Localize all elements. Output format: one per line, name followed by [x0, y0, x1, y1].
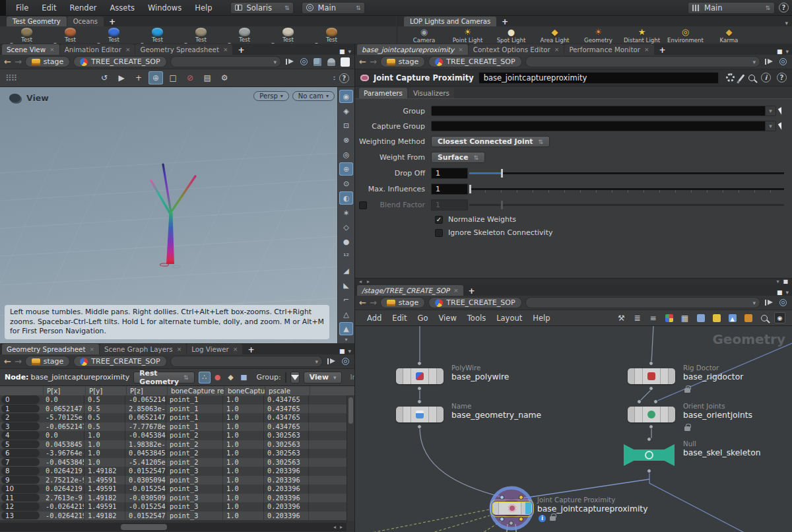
snapshot-save-icon[interactable]	[695, 312, 706, 323]
menu-item[interactable]: Edit	[35, 3, 63, 13]
toolbar-handle-icon[interactable]: ⠿⠿	[5, 73, 16, 83]
pane-menu-icon[interactable]: ▾	[348, 348, 351, 354]
select-arrow-icon[interactable]	[776, 106, 787, 116]
group-input[interactable]	[285, 372, 286, 383]
viewport-display-icon[interactable]: ⊙	[339, 177, 353, 190]
overview-icon[interactable]: ◉	[774, 312, 785, 323]
column-header[interactable]: P[y]	[86, 386, 127, 395]
output-connector[interactable]	[519, 517, 523, 521]
forward-button[interactable]: →	[370, 57, 377, 66]
tree-view-icon[interactable]: ≣	[632, 312, 643, 323]
shelf-tab[interactable]: Test Geometry	[7, 17, 67, 26]
info-icon[interactable]: i	[761, 73, 771, 83]
viewport-display-icon[interactable]: ◎	[339, 148, 353, 161]
find-icon[interactable]	[758, 312, 770, 323]
node-rigdoctor[interactable]	[628, 368, 675, 384]
viewport-display-icon[interactable]: ∗	[339, 206, 353, 219]
output-connector[interactable]	[649, 386, 653, 391]
path-field[interactable]: ▾	[525, 297, 760, 308]
geometry-level-icon[interactable]: ■	[238, 372, 250, 383]
input-connector[interactable]	[417, 361, 422, 366]
ignore-skeleton-checkbox[interactable]: ✓	[435, 229, 443, 237]
breadcrumb-stage[interactable]: stage	[380, 297, 426, 308]
column-header[interactable]: pscale	[265, 386, 310, 395]
pane-tab[interactable]: base_jointcaptureproximity×	[357, 44, 468, 55]
input-connector[interactable]	[500, 495, 504, 500]
node-jointcaptureproximity[interactable]	[492, 502, 532, 515]
pane-tab[interactable]: Performance Monitor×	[564, 44, 653, 55]
sticky-note-icon[interactable]	[711, 312, 722, 323]
viewport-display-icon[interactable]: ◢	[339, 264, 353, 277]
breadcrumb-stage[interactable]: stage	[25, 56, 71, 67]
column-header[interactable]: P[x]	[44, 386, 86, 395]
persp-camera-button[interactable]: Persp▾	[253, 91, 289, 101]
menu-item[interactable]: Assets	[103, 3, 141, 13]
forward-button[interactable]: →	[370, 298, 377, 307]
path-dropdown-icon[interactable]: ▾	[273, 59, 277, 65]
viewport-tool-icon[interactable]: +	[131, 71, 146, 84]
pane-maximize-icon[interactable]: ■	[339, 348, 345, 354]
view-dropdown[interactable]: View▾	[304, 372, 343, 383]
pane-maximize-icon[interactable]: ■	[339, 48, 345, 55]
link-follow-icon[interactable]	[777, 298, 788, 308]
viewport-display-icon[interactable]: △	[339, 308, 353, 321]
drop-off-slider[interactable]	[469, 168, 787, 179]
close-tab-icon[interactable]: ×	[125, 46, 131, 53]
node-orientjoints[interactable]	[628, 407, 675, 422]
column-header[interactable]: boneCapture w[	[224, 386, 265, 395]
link-follow-icon[interactable]	[298, 57, 309, 67]
viewport-tool-icon[interactable]: □	[166, 71, 180, 84]
output-connector[interactable]	[509, 521, 513, 525]
vertical-scrollbar[interactable]	[346, 395, 354, 521]
pane-tab[interactable]: Geometry Spreadsheet×	[2, 344, 99, 354]
pane-tab[interactable]: /stage/TREE_CREATE_SOP×	[357, 285, 463, 296]
path-dropdown-icon[interactable]: ▾	[752, 300, 756, 306]
main-desktop-selector[interactable]: Main ⇅	[302, 2, 365, 14]
geometry-level-icon[interactable]: ●	[212, 372, 224, 383]
pin-icon[interactable]	[326, 356, 337, 367]
snapshot-cube-icon[interactable]	[312, 57, 323, 67]
parameter-scroll-strip[interactable]: ◂ ▸ ▾■	[355, 278, 792, 284]
search-icon[interactable]	[748, 75, 755, 81]
shelf-tab[interactable]: Oceans	[67, 17, 104, 26]
pane-tab[interactable]: Animation Editor×	[60, 44, 135, 55]
weight-from-dropdown[interactable]: Surface⇅	[431, 152, 485, 163]
forward-button[interactable]: →	[15, 357, 22, 366]
add-pane-tab-button[interactable]: +	[655, 46, 671, 55]
breadcrumb-stage[interactable]: stage	[380, 56, 426, 67]
close-tab-icon[interactable]: ×	[50, 46, 55, 53]
horizontal-scrollbar[interactable]: ◂▸	[0, 523, 346, 531]
output-connector[interactable]	[649, 424, 653, 429]
viewport-display-icon[interactable]: ▲	[339, 322, 353, 335]
node-geometry-name[interactable]	[396, 407, 444, 422]
brush-icon[interactable]	[739, 74, 745, 81]
viewport-display-icon[interactable]: ⊕	[339, 162, 353, 176]
weighting-method-dropdown[interactable]: Closest Connected Joint⇅	[431, 136, 550, 147]
input-connector[interactable]	[653, 399, 658, 404]
capture-group-input[interactable]: ▾	[431, 121, 776, 131]
pane-menu-icon[interactable]: ▾	[348, 48, 351, 55]
viewport-display-icon[interactable]: ●	[339, 235, 353, 248]
breadcrumb-node[interactable]: TREE_CREATE_SOP	[428, 297, 521, 308]
viewport-tool-icon[interactable]: ⊕	[148, 71, 163, 84]
table-row[interactable]: 112.7613e-9 1.49182-0.0305094 point_31.0…	[0, 494, 354, 503]
pane-tab[interactable]: Scene View×	[2, 44, 59, 55]
filter-funnel-button[interactable]	[290, 372, 300, 383]
breadcrumb-node[interactable]: TREE_CREATE_SOP	[73, 56, 166, 67]
close-tab-icon[interactable]: ×	[554, 46, 560, 53]
viewport-display-icon[interactable]: ◐	[339, 191, 353, 205]
viewport-tool-icon[interactable]: ⚙	[217, 71, 232, 84]
white-panel-icon[interactable]	[340, 57, 350, 67]
close-tab-icon[interactable]: ×	[177, 346, 182, 352]
breadcrumb-node[interactable]: TREE_CREATE_SOP	[73, 356, 166, 367]
table-row[interactable]: 00.0 0.5-0.0652147 point_11.0 0.434765	[0, 395, 354, 405]
scroll-right-icon[interactable]: ▸	[367, 279, 370, 284]
network-menu-item[interactable]: View	[434, 314, 462, 323]
pane-maximize-icon[interactable]: ■	[777, 48, 783, 55]
close-tab-icon[interactable]: ×	[453, 287, 459, 294]
viewport-display-icon[interactable]: ◈	[339, 104, 353, 117]
table-row[interactable]: 80.0264219 1.491820.0152547 point_31.0 0…	[0, 467, 354, 476]
path-field[interactable]: ▾	[170, 56, 281, 67]
viewport-tool-icon[interactable]: ⊘	[183, 71, 197, 84]
viewport-display-icon[interactable]: ¹²	[339, 249, 353, 263]
